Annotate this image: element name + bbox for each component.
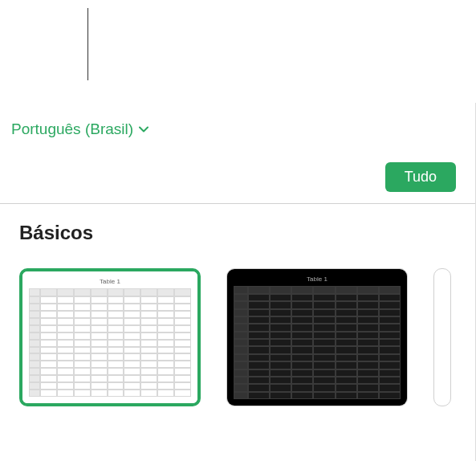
template-label: Table 1 <box>307 275 328 283</box>
category-title: Básicos <box>19 222 456 244</box>
template-preview: Table 1 <box>22 271 197 403</box>
template-blank-dark[interactable]: Table 1 <box>226 268 408 406</box>
language-selector[interactable]: Português (Brasil) <box>11 120 149 138</box>
templates-content: Básicos Table 1 Table 1 <box>0 204 475 424</box>
templates-row: Table 1 Table 1 <box>19 268 456 406</box>
language-label: Português (Brasil) <box>11 120 133 138</box>
filter-all-button[interactable]: Tudo <box>385 162 456 192</box>
template-blank-light[interactable]: Table 1 <box>19 268 201 406</box>
template-label: Table 1 <box>100 278 120 285</box>
panel-header: Português (Brasil) Tudo <box>0 103 475 204</box>
spreadsheet-icon <box>29 288 191 397</box>
callout-indicator-line <box>87 8 88 80</box>
filter-button-label: Tudo <box>405 169 437 185</box>
template-preview: Table 1 <box>227 269 407 406</box>
spreadsheet-icon <box>234 286 401 399</box>
chevron-down-icon <box>138 124 149 135</box>
template-next-peek[interactable] <box>433 268 451 406</box>
template-chooser-panel: Português (Brasil) Tudo Básicos Table 1 … <box>0 103 476 461</box>
